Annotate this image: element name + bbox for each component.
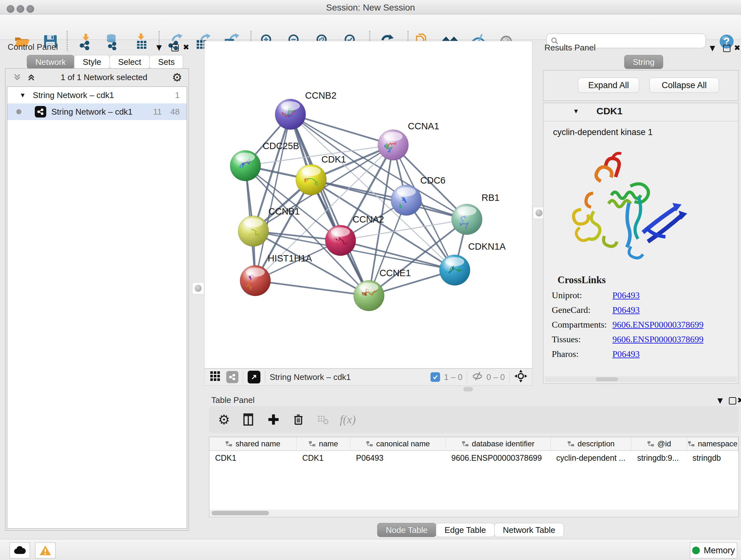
collapse-all-icon[interactable] (12, 72, 22, 82)
network-node[interactable]: HIST1H1A (240, 253, 312, 296)
table-hscrollbar[interactable] (210, 509, 738, 516)
table-panel-title: Table Panel (211, 395, 255, 405)
network-collection-label: String Network – cdk1 (33, 90, 114, 100)
table-cell[interactable]: CDK1 (296, 451, 350, 465)
column-header-canonical-name[interactable]: canonical name (350, 437, 446, 451)
network-edge[interactable] (255, 281, 369, 296)
node-label: CCNB1 (268, 206, 300, 216)
network-canvas[interactable]: CCNB2CCNA1CDC25BCDK1CDC6RB1CCNB1CCNA2CDK… (204, 41, 532, 368)
crosslink-row: Uniprot:P06493 (543, 290, 739, 305)
tab-edge-table[interactable]: Edge Table (436, 523, 495, 537)
cloud-status-button[interactable] (10, 543, 30, 558)
warning-status-button[interactable] (35, 543, 56, 558)
results-panel-close-icon[interactable]: ✖ (734, 44, 740, 52)
results-scrollbar[interactable] (545, 376, 737, 382)
selected-checkbox-icon[interactable] (430, 372, 440, 382)
results-panel-maximize-icon[interactable] (723, 45, 731, 53)
expand-all-icon[interactable] (26, 72, 36, 82)
control-panel-tabs: NetworkStyleSelectSets (27, 55, 183, 69)
table-cell[interactable]: CDK1 (209, 451, 296, 465)
table-panel-float-icon[interactable]: ▼ (718, 396, 723, 405)
column-header-description[interactable]: description (550, 437, 631, 451)
crosslink-link[interactable]: P06493 (612, 290, 640, 300)
memory-status-dot-icon (692, 547, 700, 554)
window-titlebar: Session: New Session (0, 0, 741, 14)
delete-column-icon[interactable] (291, 413, 306, 427)
tab-style[interactable]: Style (74, 55, 110, 69)
expand-all-button[interactable]: Expand All (578, 78, 639, 93)
tab-node-table[interactable]: Node Table (377, 523, 436, 537)
node-label: CCNA2 (353, 214, 384, 225)
network-node[interactable]: CDK1 (296, 154, 346, 195)
hidden-eye-icon[interactable] (472, 371, 483, 383)
tab-network-table[interactable]: Network Table (494, 523, 564, 537)
network-tree-root-row[interactable]: ▼ String Network – cdk1 1 (7, 87, 187, 104)
network-node[interactable]: CCNE1 (354, 268, 411, 311)
crosslink-label: Tissues: (552, 334, 581, 345)
horizontal-splitter-handle[interactable] (463, 387, 473, 391)
table-panel-maximize-icon[interactable] (729, 397, 736, 406)
import-network-file-icon[interactable] (77, 32, 96, 51)
import-network-database-icon[interactable] (104, 32, 123, 51)
control-panel-float-icon[interactable]: ▼ (156, 44, 162, 51)
column-header-namespace[interactable]: namespace (687, 437, 738, 451)
table-row[interactable]: CDK1CDK1P064939606.ENSP00000378699cyclin… (209, 451, 738, 465)
table-cell[interactable]: stringdb (687, 451, 738, 465)
collapse-all-button[interactable]: Collapse All (650, 78, 719, 93)
table-cell[interactable]: P06493 (350, 451, 446, 465)
control-panel-close-icon[interactable]: ✖ (183, 43, 189, 52)
birdseye-grid-icon[interactable] (210, 371, 220, 384)
crosslink-row: Pharos:P06493 (543, 349, 739, 364)
crosslink-link[interactable]: P06493 (612, 349, 640, 359)
section-expander-icon[interactable]: ▼ (573, 108, 579, 115)
column-header--id[interactable]: @id (631, 437, 687, 451)
network-node[interactable]: RB1 (452, 192, 499, 235)
column-header-database-identifier[interactable]: database identifier (446, 437, 550, 451)
show-columns-icon[interactable] (241, 412, 256, 427)
network-node[interactable]: CCNA1 (378, 121, 439, 160)
memory-button[interactable]: Memory (690, 543, 737, 558)
node-count: 11 (153, 107, 162, 117)
selected-counts: 1 – 0 (444, 372, 462, 382)
network-edge[interactable] (290, 114, 393, 145)
network-node[interactable]: CDKN1A (440, 241, 506, 286)
pan-crosshair-icon[interactable] (514, 369, 528, 385)
crosslink-link[interactable]: P06493 (612, 305, 640, 315)
add-column-icon[interactable] (266, 413, 280, 427)
crosslink-link[interactable]: 9606.ENSP00000378699 (612, 320, 703, 330)
column-header-shared-name[interactable]: shared name (209, 437, 296, 451)
results-panel-float-icon[interactable]: ▼ (710, 44, 715, 52)
left-splitter-handle[interactable] (192, 282, 204, 294)
section-title: CDK1 (596, 106, 623, 117)
network-share-icon[interactable] (226, 371, 239, 383)
node-label: CCNA1 (408, 121, 439, 131)
network-edge[interactable] (290, 114, 369, 296)
network-tree-row[interactable]: String Network – cdk1 11 48 (7, 104, 187, 120)
tab-network[interactable]: Network (27, 55, 74, 69)
crosslinks-title: CrossLinks (557, 274, 739, 286)
network-edge[interactable] (311, 180, 467, 219)
tree-expander-icon[interactable]: ▼ (19, 91, 26, 99)
crosslink-row: Compartments:9606.ENSP00000378699 (543, 320, 739, 334)
tab-sets[interactable]: Sets (149, 55, 183, 69)
cdk1-section-header[interactable]: ▼ CDK1 (543, 103, 738, 121)
column-sort-icon (647, 441, 654, 447)
node-label: CCNB2 (305, 90, 336, 101)
tab-string[interactable]: String (624, 55, 663, 69)
table-panel-close-icon[interactable]: ✖ (737, 396, 741, 405)
node-table[interactable]: shared namenamecanonical namedatabase id… (209, 437, 739, 517)
table-settings-gear-icon[interactable]: ⚙ (218, 412, 230, 428)
network-type-icon (35, 106, 46, 118)
crosslink-link[interactable]: 9606.ENSP00000378699 (612, 334, 703, 345)
table-cell[interactable]: 9606.ENSP00000378699 (446, 451, 550, 465)
table-cell[interactable]: stringdb:9... (631, 451, 687, 465)
main-toolbar: ? (0, 14, 741, 40)
gear-icon[interactable]: ⚙ (172, 71, 182, 84)
column-header-name[interactable]: name (296, 437, 350, 451)
table-cell[interactable]: cyclin-dependent ... (550, 451, 631, 465)
control-panel-maximize-icon[interactable] (172, 44, 179, 53)
network-view-footer: String Network – cdk1 1 – 0 0 – 0 (204, 368, 532, 386)
open-in-window-icon[interactable] (248, 371, 260, 383)
tab-select[interactable]: Select (110, 55, 150, 69)
import-table-file-icon[interactable] (132, 32, 151, 51)
